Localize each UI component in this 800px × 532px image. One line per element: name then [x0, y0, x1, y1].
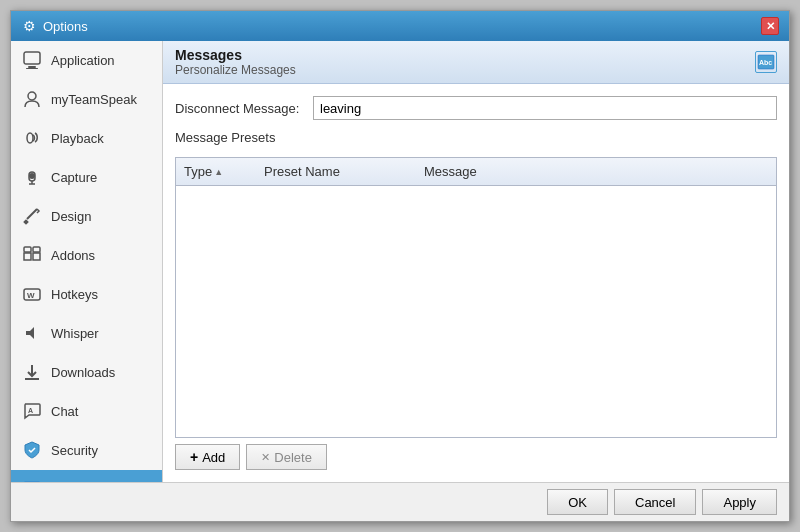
- sidebar-item-security[interactable]: Security: [11, 431, 162, 470]
- addons-icon: [21, 244, 43, 266]
- sidebar-item-hotkeys[interactable]: W Hotkeys: [11, 275, 162, 314]
- svg-text:W: W: [27, 291, 35, 300]
- add-icon: +: [190, 449, 198, 465]
- sidebar-item-myteamspeak[interactable]: myTeamSpeak: [11, 80, 162, 119]
- sidebar: Application myTeamSpeak Playback Capture: [11, 41, 163, 482]
- svg-rect-9: [23, 219, 29, 225]
- sidebar-item-chat[interactable]: A Chat: [11, 392, 162, 431]
- svg-rect-12: [33, 253, 40, 260]
- content-header-text: Messages Personalize Messages: [175, 47, 296, 77]
- whisper-icon: [21, 322, 43, 344]
- sidebar-label-design: Design: [51, 209, 91, 224]
- column-type[interactable]: Type ▲: [176, 162, 256, 181]
- svg-rect-13: [24, 247, 31, 252]
- window-title: Options: [43, 19, 88, 34]
- title-bar-left: ⚙ Options: [21, 18, 88, 34]
- sidebar-item-application[interactable]: Application: [11, 41, 162, 80]
- sidebar-item-whisper[interactable]: Whisper: [11, 314, 162, 353]
- sidebar-item-addons[interactable]: Addons: [11, 236, 162, 275]
- sidebar-item-capture[interactable]: Capture: [11, 158, 162, 197]
- sidebar-label-chat: Chat: [51, 404, 78, 419]
- disconnect-message-input[interactable]: [313, 96, 777, 120]
- security-icon: [21, 439, 43, 461]
- delete-button[interactable]: ✕ Delete: [246, 444, 327, 470]
- sidebar-item-design[interactable]: Design: [11, 197, 162, 236]
- sidebar-label-addons: Addons: [51, 248, 95, 263]
- window-body: Application myTeamSpeak Playback Capture: [11, 41, 789, 482]
- close-button[interactable]: ✕: [761, 17, 779, 35]
- add-button[interactable]: + Add: [175, 444, 240, 470]
- sidebar-label-downloads: Downloads: [51, 365, 115, 380]
- sidebar-label-playback: Playback: [51, 131, 104, 146]
- svg-marker-17: [26, 327, 34, 339]
- disconnect-message-label: Disconnect Message:: [175, 101, 305, 116]
- window-icon: ⚙: [21, 18, 37, 34]
- svg-point-4: [27, 133, 33, 143]
- content-body: Disconnect Message: Message Presets Type…: [163, 84, 789, 482]
- apply-button[interactable]: Apply: [702, 489, 777, 515]
- chat-icon: A: [21, 400, 43, 422]
- table-header: Type ▲ Preset Name Message: [176, 158, 776, 186]
- svg-point-3: [28, 92, 36, 100]
- cancel-button[interactable]: Cancel: [614, 489, 696, 515]
- svg-line-10: [27, 209, 37, 219]
- sidebar-item-playback[interactable]: Playback: [11, 119, 162, 158]
- options-window: ⚙ Options ✕ Application myTeamSpeak: [10, 10, 790, 522]
- svg-rect-14: [33, 247, 40, 252]
- content-header-icon: Abc: [755, 51, 777, 73]
- presets-section-label: Message Presets: [175, 130, 777, 145]
- ok-button[interactable]: OK: [547, 489, 608, 515]
- svg-rect-1: [28, 66, 36, 68]
- sidebar-label-security: Security: [51, 443, 98, 458]
- svg-rect-2: [26, 68, 38, 69]
- sidebar-label-capture: Capture: [51, 170, 97, 185]
- svg-text:A: A: [28, 407, 33, 414]
- playback-icon: [21, 127, 43, 149]
- content-header: Messages Personalize Messages Abc: [163, 41, 789, 84]
- svg-text:Abc: Abc: [759, 59, 772, 66]
- title-bar: ⚙ Options ✕: [11, 11, 789, 41]
- capture-icon: [21, 166, 43, 188]
- column-preset-name[interactable]: Preset Name: [256, 162, 416, 181]
- myteamspeak-icon: [21, 88, 43, 110]
- sidebar-item-downloads[interactable]: Downloads: [11, 353, 162, 392]
- sidebar-item-messages[interactable]: Abc Messages: [11, 470, 162, 482]
- downloads-icon: [21, 361, 43, 383]
- sidebar-label-whisper: Whisper: [51, 326, 99, 341]
- add-delete-bar: + Add ✕ Delete: [175, 444, 777, 470]
- design-icon: [21, 205, 43, 227]
- hotkeys-icon: W: [21, 283, 43, 305]
- sidebar-label-myteamspeak: myTeamSpeak: [51, 92, 137, 107]
- sidebar-label-hotkeys: Hotkeys: [51, 287, 98, 302]
- delete-icon: ✕: [261, 451, 270, 464]
- svg-rect-11: [24, 253, 31, 260]
- sort-arrow-type: ▲: [214, 167, 223, 177]
- content-subtitle: Personalize Messages: [175, 63, 296, 77]
- content-area: Messages Personalize Messages Abc Discon…: [163, 41, 789, 482]
- svg-rect-0: [24, 52, 40, 64]
- preset-table: Type ▲ Preset Name Message: [175, 157, 777, 438]
- column-message[interactable]: Message: [416, 162, 776, 181]
- sidebar-label-application: Application: [51, 53, 115, 68]
- footer-bar: OK Cancel Apply: [11, 482, 789, 521]
- disconnect-message-row: Disconnect Message:: [175, 96, 777, 120]
- table-body: [176, 186, 776, 437]
- content-title: Messages: [175, 47, 296, 63]
- application-icon: [21, 49, 43, 71]
